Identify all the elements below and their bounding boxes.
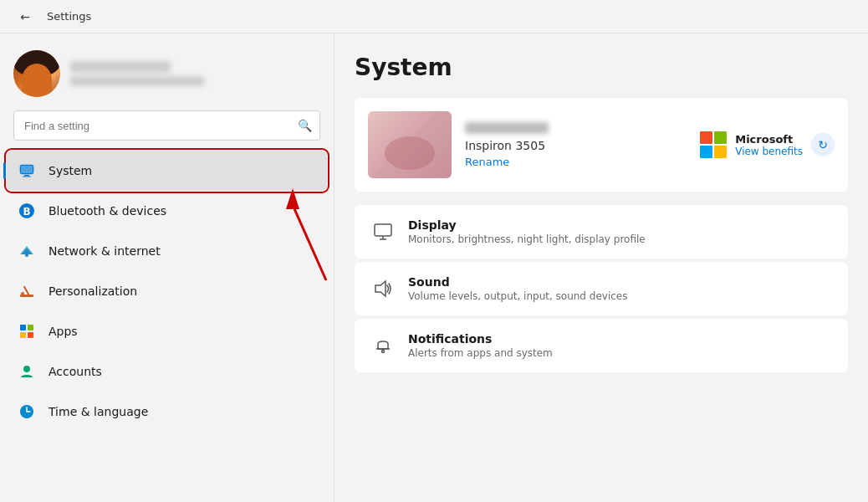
svg-rect-13	[20, 332, 26, 338]
display-title: Display	[408, 218, 646, 232]
sound-card[interactable]: Sound Volume levels, output, input, soun…	[355, 262, 848, 315]
time-icon	[17, 402, 37, 422]
notifications-text: Notifications Alerts from apps and syste…	[408, 332, 553, 359]
sidebar-item-apps-label: Apps	[49, 325, 78, 338]
avatar	[13, 50, 60, 97]
microsoft-account: Microsoft View benefits ↻	[700, 131, 835, 158]
display-icon	[371, 220, 395, 243]
search-input[interactable]	[13, 110, 320, 141]
svg-marker-22	[375, 281, 385, 296]
bluetooth-icon: B	[17, 201, 37, 221]
sidebar-item-system-label: System	[49, 164, 92, 177]
content-area: System Inspiron 3505 Rename Microsoft	[334, 33, 868, 502]
back-button[interactable]: ←	[13, 5, 37, 28]
sound-text: Sound Volume levels, output, input, soun…	[408, 275, 627, 302]
sidebar-item-time[interactable]: Time & language	[7, 392, 327, 432]
ms-logo-red	[700, 131, 712, 144]
device-image	[368, 111, 452, 178]
sound-desc: Volume levels, output, input, sound devi…	[408, 290, 627, 302]
ms-logo-green	[714, 131, 727, 144]
device-image-overlay	[385, 136, 435, 170]
notifications-title: Notifications	[408, 332, 553, 346]
svg-rect-12	[28, 325, 33, 330]
device-model: Inspiron 3505	[465, 139, 549, 152]
microsoft-text: Microsoft View benefits	[735, 133, 803, 157]
user-name	[70, 61, 171, 73]
display-desc: Monitors, brightness, night light, displ…	[408, 233, 646, 245]
nav-items: System B Bluetooth & devices	[0, 151, 334, 432]
sound-icon	[371, 277, 395, 300]
svg-rect-4	[23, 177, 31, 177]
sidebar: 🔍 System	[0, 33, 334, 502]
svg-point-10	[21, 292, 24, 295]
display-card[interactable]: Display Monitors, brightness, night ligh…	[355, 205, 848, 259]
page-title: System	[355, 54, 848, 81]
rename-button[interactable]: Rename	[465, 156, 549, 168]
device-banner: Inspiron 3505 Rename Microsoft View bene…	[355, 98, 848, 192]
sidebar-item-bluetooth[interactable]: B Bluetooth & devices	[7, 191, 327, 231]
sound-title: Sound	[408, 275, 627, 289]
microsoft-logo	[700, 131, 727, 158]
titlebar-title: Settings	[47, 10, 91, 23]
user-email	[70, 76, 204, 86]
sidebar-item-network[interactable]: Network & internet	[7, 231, 327, 271]
svg-rect-11	[20, 325, 26, 330]
main-layout: 🔍 System	[0, 33, 868, 502]
sidebar-item-accounts[interactable]: Accounts	[7, 351, 327, 392]
network-icon	[17, 241, 37, 261]
search-box: 🔍	[13, 110, 320, 141]
user-profile	[0, 33, 334, 110]
sidebar-item-apps[interactable]: Apps	[7, 311, 327, 351]
ms-logo-yellow	[714, 146, 727, 158]
system-icon	[17, 161, 37, 181]
svg-rect-3	[24, 175, 29, 177]
device-name	[465, 122, 549, 134]
personalization-icon	[17, 281, 37, 301]
sidebar-item-time-label: Time & language	[49, 405, 148, 418]
user-info	[70, 61, 204, 86]
microsoft-name: Microsoft	[735, 133, 803, 146]
settings-cards: Display Monitors, brightness, night ligh…	[355, 205, 848, 372]
sidebar-item-bluetooth-label: Bluetooth & devices	[49, 204, 166, 218]
svg-point-23	[382, 351, 385, 353]
display-text: Display Monitors, brightness, night ligh…	[408, 218, 646, 245]
ms-logo-blue	[700, 146, 712, 158]
apps-icon	[17, 321, 37, 341]
sidebar-item-personalization-label: Personalization	[49, 284, 137, 298]
refresh-button[interactable]: ↻	[811, 133, 835, 156]
device-info: Inspiron 3505 Rename	[465, 122, 549, 168]
svg-point-15	[23, 366, 30, 372]
accounts-icon	[17, 361, 37, 382]
notifications-icon	[371, 334, 395, 357]
sidebar-item-accounts-label: Accounts	[49, 365, 102, 378]
microsoft-benefits[interactable]: View benefits	[735, 146, 803, 157]
sidebar-item-system[interactable]: System	[7, 151, 327, 191]
svg-point-7	[25, 254, 28, 257]
svg-rect-2	[21, 166, 33, 173]
svg-text:B: B	[23, 206, 30, 218]
svg-rect-14	[28, 332, 33, 338]
notifications-card[interactable]: Notifications Alerts from apps and syste…	[355, 319, 848, 372]
back-icon: ←	[20, 10, 30, 23]
sidebar-item-network-label: Network & internet	[49, 244, 161, 258]
search-icon: 🔍	[298, 119, 312, 132]
sidebar-item-personalization[interactable]: Personalization	[7, 271, 327, 311]
svg-rect-19	[375, 224, 391, 236]
avatar-face	[22, 64, 52, 97]
titlebar: ← Settings	[0, 0, 868, 33]
notifications-desc: Alerts from apps and system	[408, 347, 553, 359]
